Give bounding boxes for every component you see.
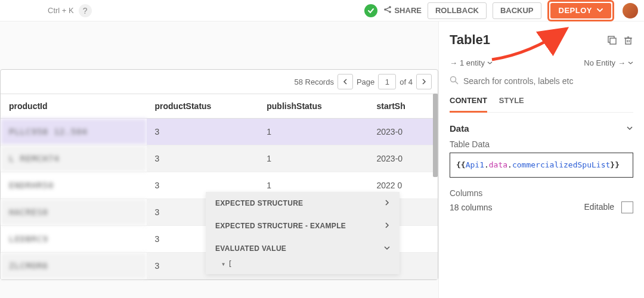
svg-rect-6 [610,38,616,44]
table-cell: ZLCMOR6 [1,253,147,280]
deploy-label: DEPLOY [559,6,592,15]
copy-icon[interactable] [607,35,617,45]
chevron-down-icon [626,123,633,134]
expected-structure-label: EXPECTED STRUCTURE [215,199,303,207]
table-cell: 3 [147,145,259,172]
editable-label: Editable [584,201,615,211]
table-cell: 2023-0 [368,119,438,145]
table-cell: ENDRHR50 [1,172,147,199]
search-icon [450,76,459,86]
prev-page-button[interactable] [338,74,353,89]
tab-content[interactable]: CONTENT [450,96,487,113]
share-label: SHARE [394,6,422,15]
column-header[interactable]: startSh [368,94,438,119]
expected-structure-example-label: EXPECTED STRUCTURE - EXAMPLE [215,222,346,230]
entity-link[interactable]: → 1 entity [450,58,493,67]
records-count: 58 Records [294,77,333,86]
table-cell: 3 [147,119,259,145]
evaluated-value-body: [ [206,260,400,274]
svg-point-12 [451,77,456,82]
column-header[interactable]: productStatus [147,94,259,119]
arrow-right-icon: → [618,58,626,67]
table-cell: HACRES0 [1,199,147,226]
share-icon [383,5,392,15]
svg-point-0 [385,8,387,11]
delete-icon[interactable] [623,35,633,45]
scrollbar[interactable] [433,94,438,177]
table-cell: LEDBRC9 [1,226,147,253]
svg-line-13 [456,82,459,85]
avatar[interactable] [623,3,638,18]
entity-count: 1 entity [460,58,485,67]
tab-style[interactable]: STYLE [499,96,524,112]
table-data-input[interactable]: {{Api1.data.commercializedSpuList}} [450,153,633,178]
page-label: Page [357,77,374,86]
evaluated-value-row[interactable]: EVALUATED VALUE [206,237,400,260]
svg-line-3 [386,8,389,9]
expected-structure-example-row[interactable]: EXPECTED STRUCTURE - EXAMPLE [206,215,400,237]
section-data[interactable]: Data [450,123,633,134]
rollback-button[interactable]: ROLLBACK [428,2,487,19]
columns-label: Columns [450,188,633,198]
svg-rect-7 [626,38,631,44]
help-icon[interactable]: ? [79,4,92,17]
table-data-label: Table Data [450,139,633,149]
next-page-button[interactable] [416,74,432,89]
chevron-down-icon [487,58,493,67]
columns-count: 18 columns [450,203,493,212]
column-header[interactable]: productId [1,94,147,119]
panel-title: Table1 [450,32,490,48]
no-entity-link[interactable]: No Entity → [584,58,633,67]
page-number: 1 [378,74,396,89]
deploy-button[interactable]: DEPLOY [550,3,611,18]
no-entity-label: No Entity [584,58,615,67]
section-data-label: Data [450,123,469,134]
table-row[interactable]: PLLC958 12.504312023-0 [1,119,438,145]
chevron-down-icon [597,6,603,15]
arrow-right-icon: → [450,58,457,67]
status-ok-icon [364,4,377,17]
chevron-right-icon [384,199,390,207]
expected-structure-row[interactable]: EXPECTED STRUCTURE [206,192,400,215]
share-button[interactable]: SHARE [383,5,422,15]
svg-line-4 [386,10,389,11]
svg-point-2 [389,11,392,13]
table-cell: 1 [258,145,368,172]
table-row[interactable]: L REMCH74312023-0 [1,145,438,172]
table-cell: 1 [258,119,368,145]
evaluation-popup: EXPECTED STRUCTURE EXPECTED STRUCTURE - … [206,192,400,274]
table-cell: L REMCH74 [1,145,147,172]
chevron-down-icon [628,58,633,67]
shortcut-hint: Ctrl + K [48,6,74,15]
svg-point-1 [389,6,392,8]
table-cell: PLLC958 12.504 [1,119,147,145]
search-input[interactable] [463,76,633,86]
editable-checkbox[interactable] [621,201,633,213]
column-header[interactable]: publishStatus [258,94,368,119]
backup-button[interactable]: BACKUP [493,2,541,19]
table-cell: 2023-0 [368,145,438,172]
evaluated-value-label: EVALUATED VALUE [215,244,286,253]
chevron-right-icon [384,222,390,230]
page-total: of 4 [400,77,413,86]
chevron-down-icon [384,244,390,253]
